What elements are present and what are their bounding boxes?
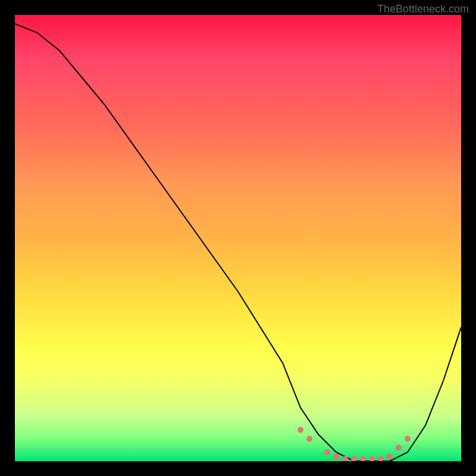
highlight-dot bbox=[306, 436, 312, 442]
highlight-dot bbox=[387, 454, 393, 460]
chart-plot-area bbox=[15, 15, 461, 461]
watermark-text: TheBottleneck.com bbox=[377, 3, 469, 15]
bottleneck-curve-path bbox=[15, 24, 461, 461]
highlight-dot bbox=[324, 449, 330, 455]
highlight-dot bbox=[360, 456, 366, 461]
highlight-dot bbox=[369, 456, 375, 461]
highlight-dot bbox=[351, 456, 357, 461]
highlight-dot bbox=[333, 454, 339, 460]
highlight-dot bbox=[405, 436, 411, 442]
highlight-dot bbox=[378, 456, 384, 461]
bottleneck-curve-svg bbox=[15, 15, 461, 461]
minimum-region-dots bbox=[298, 427, 411, 462]
highlight-dot bbox=[342, 456, 348, 461]
highlight-dot bbox=[396, 445, 402, 451]
highlight-dot bbox=[298, 427, 303, 433]
